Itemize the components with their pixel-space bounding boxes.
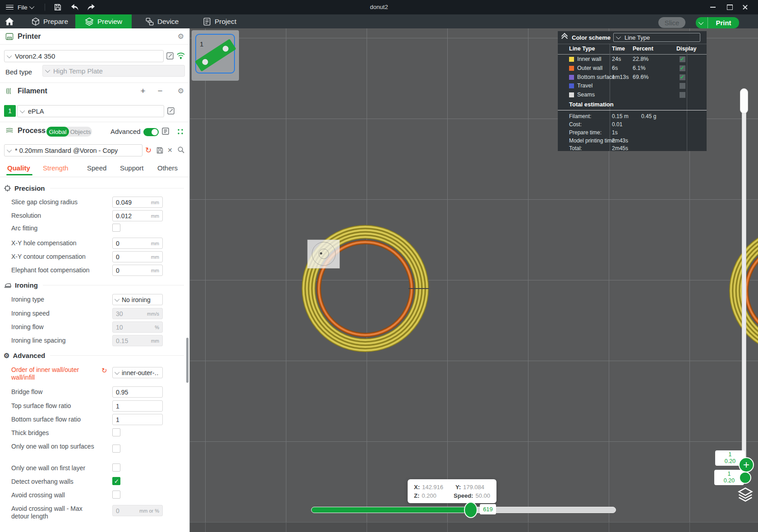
tab-device-label: Device [157, 18, 179, 26]
param-label: Ironing type [11, 294, 99, 303]
process-preset-select[interactable]: * 0.20mm Standard @Voron - Copy [4, 144, 142, 156]
display-checkbox[interactable] [680, 56, 685, 62]
param-checkbox[interactable] [112, 491, 120, 499]
display-checkbox[interactable] [680, 74, 685, 80]
add-filament-button[interactable]: + [140, 87, 145, 95]
printer-select[interactable]: Voron2.4 350 [4, 50, 164, 62]
search-icon[interactable] [177, 146, 185, 154]
plate-thumbnail[interactable]: 1 [192, 30, 239, 81]
estimation-row: Cost: 0.01 [558, 120, 707, 129]
param-value: 1 [116, 403, 119, 410]
objects-grid-icon[interactable] [177, 128, 184, 135]
col-percent: Percent [633, 45, 653, 53]
filament-select[interactable]: ePLA [17, 105, 164, 117]
maximize-button[interactable] [724, 2, 735, 13]
ironing-title: Ironing [15, 281, 38, 289]
precision-title: Precision [14, 184, 45, 192]
param-checkbox[interactable] [112, 428, 120, 436]
save-preset-icon[interactable] [156, 147, 164, 154]
slice-button[interactable]: Slice [658, 17, 685, 28]
param-input[interactable]: 0.012mm [112, 210, 163, 221]
param-label: Bottom surface flow ratio [11, 414, 99, 423]
tab-prepare[interactable]: Prepare [32, 14, 68, 28]
display-checkbox[interactable] [680, 83, 685, 89]
filament-settings-gear-icon[interactable]: ⚙ [178, 87, 184, 95]
tab-quality[interactable]: Quality [7, 164, 30, 172]
param-input[interactable]: 0mm [112, 251, 163, 262]
layer-slider-handle[interactable] [740, 88, 748, 114]
param-label: Top surface flow ratio [11, 400, 99, 410]
tab-preview[interactable]: Preview [75, 14, 132, 28]
tab-device[interactable]: Device [146, 14, 179, 28]
print-button[interactable]: Print [696, 17, 739, 28]
plate-number: 1 [200, 40, 203, 48]
param-input-disabled[interactable]: 10% [112, 321, 163, 333]
scope-objects-button[interactable]: Objects [69, 127, 92, 137]
param-input[interactable]: 0.95 [112, 386, 163, 398]
param-input[interactable]: 0mm [112, 265, 163, 276]
printer-section-title: Printer [18, 32, 41, 41]
edit-printer-icon[interactable] [166, 52, 174, 60]
param-input[interactable]: 0.049mm [112, 197, 163, 208]
tab-others[interactable]: Others [157, 164, 178, 172]
display-checkbox[interactable] [680, 92, 685, 98]
undo-button[interactable] [70, 0, 79, 14]
printer-icon [5, 32, 14, 41]
tab-project[interactable]: Project [203, 14, 236, 28]
layer-range-add-button[interactable]: + [739, 457, 754, 472]
wifi-icon[interactable] [176, 52, 185, 59]
layer-slider-lower-thumb[interactable] [739, 472, 751, 484]
reset-param-icon[interactable]: ↻ [101, 367, 107, 374]
move-slider-track[interactable] [311, 507, 616, 513]
layer-slider-track[interactable] [742, 88, 746, 469]
advanced-mode-toggle[interactable] [143, 128, 159, 136]
param-input-disabled[interactable]: 30mm/s [112, 308, 163, 319]
param-input[interactable]: 1 [112, 414, 163, 425]
double-chevron-up-icon [562, 35, 567, 39]
save-button[interactable] [54, 0, 62, 14]
param-input[interactable]: 1 [112, 400, 163, 412]
param-label: Elephant foot compensation [11, 265, 99, 274]
param-checkbox[interactable] [112, 445, 120, 453]
close-button[interactable] [739, 2, 751, 13]
home-button[interactable] [5, 14, 14, 28]
project-icon [203, 18, 211, 26]
print-options-chevron[interactable] [696, 17, 708, 28]
param-checkbox[interactable] [112, 224, 120, 232]
collapse-legend-button[interactable] [562, 35, 567, 39]
param-unit: mm or % [139, 508, 159, 514]
move-slider-fill [312, 507, 471, 513]
redo-button[interactable] [87, 0, 96, 14]
param-label: Only one wall on top surfaces [11, 441, 99, 450]
edit-filament-icon[interactable] [167, 107, 175, 115]
param-select[interactable]: No ironing [112, 294, 163, 305]
parameter-table-icon[interactable] [161, 127, 170, 135]
param-checkbox[interactable] [112, 463, 120, 472]
tab-speed[interactable]: Speed [87, 164, 106, 172]
display-checkbox[interactable] [680, 65, 685, 71]
move-slider-thumb[interactable] [464, 502, 478, 518]
filament-slot-badge[interactable]: 1 [4, 105, 16, 117]
tab-strength[interactable]: Strength [43, 164, 69, 172]
minimize-button[interactable] [707, 2, 719, 13]
color-scheme-select[interactable]: Line Type [613, 33, 700, 42]
bed-type-select[interactable]: High Temp Plate [42, 65, 185, 77]
reset-preset-icon[interactable]: ↻ [145, 147, 152, 154]
param-label: Arc fitting [11, 223, 99, 232]
param-input-disabled[interactable]: 0.15mm [112, 335, 163, 346]
tab-support[interactable]: Support [120, 164, 144, 172]
param-checkbox[interactable] [112, 477, 120, 485]
param-input[interactable]: 0mm [112, 238, 163, 249]
param-select[interactable]: inner-outer-… [112, 367, 163, 378]
printer-settings-gear-icon[interactable]: ⚙ [178, 33, 184, 40]
remove-filament-button[interactable]: − [158, 87, 163, 95]
file-menu-chevron[interactable] [31, 0, 34, 14]
legend-row: Outer wall 6s 6.1% [558, 64, 707, 73]
delete-preset-icon[interactable]: ✕ [167, 147, 173, 154]
param-input-disabled[interactable]: 0mm or % [112, 505, 163, 516]
panel-scrollbar[interactable] [186, 338, 188, 383]
file-menu[interactable]: File [6, 0, 28, 14]
layers-view-button[interactable] [737, 487, 754, 502]
device-icon [146, 18, 154, 26]
scope-global-button[interactable]: Global [46, 127, 69, 137]
